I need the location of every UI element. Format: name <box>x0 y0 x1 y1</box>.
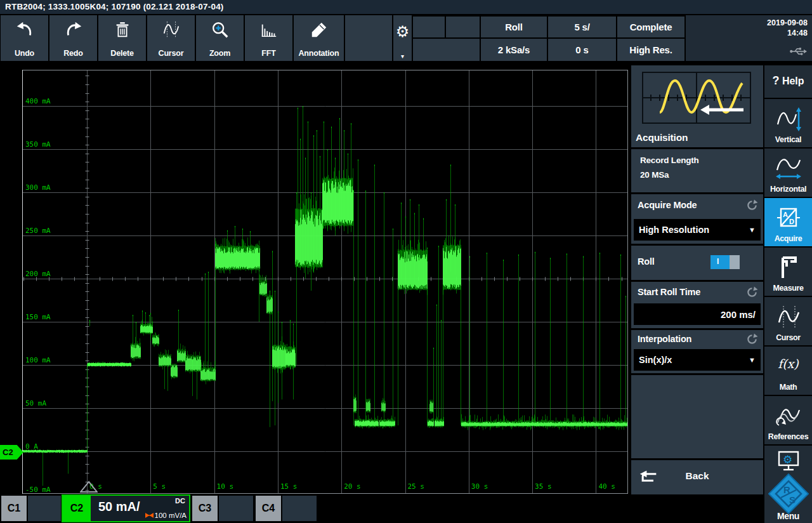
reset-interpolation-icon[interactable] <box>746 333 758 345</box>
acquire-icon: AD <box>776 206 801 230</box>
channel3-tab[interactable]: C3 <box>192 496 218 521</box>
svg-text:⚙: ⚙ <box>783 453 792 466</box>
panel-title: Acquisition <box>636 132 688 143</box>
redo-icon <box>64 20 83 39</box>
y-axis-label: 0 A <box>25 442 38 451</box>
channel2-marker[interactable]: C2 <box>0 445 23 460</box>
interpolation-section: Interpolation Sin(x)/x ▼ <box>631 330 763 373</box>
sidebar-item-math[interactable]: f(x) Math <box>764 347 812 395</box>
redo-button[interactable]: Redo <box>49 15 97 61</box>
sidebar-item-vertical[interactable]: Vertical <box>764 99 812 147</box>
record-length-label: Record Length <box>640 156 699 165</box>
back-label: Back <box>631 470 763 482</box>
channel3-box[interactable] <box>219 496 253 521</box>
sidebar: ? Help Vertical Horizontal AD Acquire Me… <box>764 62 812 523</box>
panel-filler <box>631 375 763 458</box>
sidebar-item-horizontal[interactable]: Horizontal <box>764 149 812 197</box>
rs-logo: RS <box>768 473 809 514</box>
undo-button[interactable]: Undo <box>1 15 48 61</box>
device-id-text: RTB2004; 1333.1005K04; 107190 (02.121 20… <box>5 2 224 11</box>
start-roll-time-value-box[interactable]: 200 ms/ <box>634 303 761 325</box>
channel1-box[interactable] <box>28 496 61 521</box>
usb-icon <box>789 46 807 57</box>
math-label: Math <box>764 383 812 392</box>
toolbar-empty-slot <box>345 15 392 61</box>
scope-display[interactable]: 400 mA350 mA300 mA250 mA200 mA150 mA100 … <box>0 62 630 523</box>
x-axis-label: 30 s <box>471 482 488 491</box>
x-axis-label: 25 s <box>408 482 425 491</box>
delete-icon <box>113 20 132 39</box>
channel3-label: C3 <box>199 503 211 514</box>
oscilloscope-screen: RTB2004; 1333.1005K04; 107190 (02.121 20… <box>0 0 812 523</box>
status-horizontal-position[interactable]: 0 s <box>548 39 616 61</box>
cursor-button[interactable]: Cursor <box>147 15 195 61</box>
y-axis-label: 50 mA <box>25 399 46 407</box>
status-timebase[interactable]: 5 s/ <box>548 17 616 37</box>
reset-start-roll-time-icon[interactable] <box>746 286 758 298</box>
channel4-box[interactable] <box>282 496 317 521</box>
channel2-tab[interactable]: C2 <box>63 496 91 521</box>
horizontal-icon <box>775 156 802 182</box>
roll-toggle[interactable]: I <box>710 255 740 269</box>
sidebar-item-references[interactable]: References <box>764 396 812 444</box>
status-sample-rate[interactable]: 2 kSa/s <box>481 39 547 61</box>
acquire-mode-label: Acquire Mode <box>638 200 697 210</box>
status-acquisition-state[interactable]: Roll <box>481 17 547 37</box>
sidebar-item-acquire[interactable]: AD Acquire <box>764 198 812 246</box>
references-icon <box>775 404 802 429</box>
start-roll-time-label: Start Roll Time <box>638 287 700 297</box>
help-label: Help <box>782 76 804 86</box>
horizontal-label: Horizontal <box>764 185 812 194</box>
y-axis-label: 400 mA <box>25 97 51 105</box>
cursor-icon <box>162 20 181 39</box>
svg-text:S: S <box>789 494 796 505</box>
back-button[interactable]: Back <box>631 460 763 494</box>
channel4-tab[interactable]: C4 <box>256 496 281 521</box>
acquisition-graphic-icon <box>642 72 751 124</box>
svg-text:A: A <box>783 211 788 218</box>
settings-column[interactable]: ⚙ ▾ <box>393 15 412 61</box>
roll-toggle-knob <box>730 255 740 269</box>
reset-acquire-mode-icon[interactable] <box>746 199 758 211</box>
expand-down-icon: ▾ <box>401 53 404 60</box>
horizontal-position-text: 0 s <box>575 44 588 55</box>
status-trigger-state[interactable]: Complete <box>617 17 684 37</box>
x-axis-label: 35 s <box>535 482 552 491</box>
sidebar-item-cursor[interactable]: Cursor <box>764 297 812 345</box>
acquire-mode-section: Acquire Mode High Resolution ▼ <box>631 194 763 244</box>
delete-label: Delete <box>110 49 133 58</box>
titlebar: RTB2004; 1333.1005K04; 107190 (02.121 20… <box>0 0 812 14</box>
zoom-icon <box>211 20 230 39</box>
date-text: 2019-09-08 <box>767 18 808 27</box>
y-axis-label: -50 mA <box>25 486 51 494</box>
channel2-scale[interactable]: 50 mA/ <box>98 500 140 514</box>
vertical-icon <box>775 107 802 132</box>
acquire-mode-dropdown[interactable]: High Resolution ▼ <box>634 219 761 241</box>
waveform-canvas[interactable] <box>22 70 628 494</box>
gear-icon: ⚙ <box>396 23 410 41</box>
math-fx-icon: f(x) <box>778 357 799 371</box>
zoom-button[interactable]: Zoom <box>196 15 244 61</box>
fft-icon <box>259 20 278 39</box>
sidebar-item-help[interactable]: ? Help <box>764 65 812 98</box>
datetime-box: 2019-09-08 14:48 <box>686 15 812 61</box>
sample-rate-text: 2 kSa/s <box>498 44 530 55</box>
question-mark-icon: ? <box>772 74 779 87</box>
sidebar-item-display-menu[interactable]: ⚙ RS Menu <box>764 446 812 523</box>
probe-icon <box>145 512 154 519</box>
status-acquire-mode[interactable]: High Res. <box>617 39 684 61</box>
trigger-position-icon[interactable] <box>80 480 98 493</box>
status-empty-2 <box>446 17 480 37</box>
channel2-group[interactable]: C2 50 mA/ DC 100 mV/A <box>62 494 190 522</box>
sidebar-item-measure[interactable]: Measure <box>764 248 812 296</box>
delete-button[interactable]: Delete <box>98 15 146 61</box>
interpolation-dropdown[interactable]: Sin(x)/x ▼ <box>634 349 761 371</box>
x-axis-label: 40 s <box>598 482 615 491</box>
cursor-sidebar-label: Cursor <box>764 333 812 342</box>
annotation-button[interactable]: Annotation <box>294 15 344 61</box>
record-length-value: 20 MSa <box>640 170 669 180</box>
channel1-tab[interactable]: C1 <box>1 496 27 521</box>
fft-button[interactable]: FFT <box>245 15 292 61</box>
channel2-label: C2 <box>70 503 83 514</box>
interpolation-label: Interpolation <box>638 334 691 344</box>
